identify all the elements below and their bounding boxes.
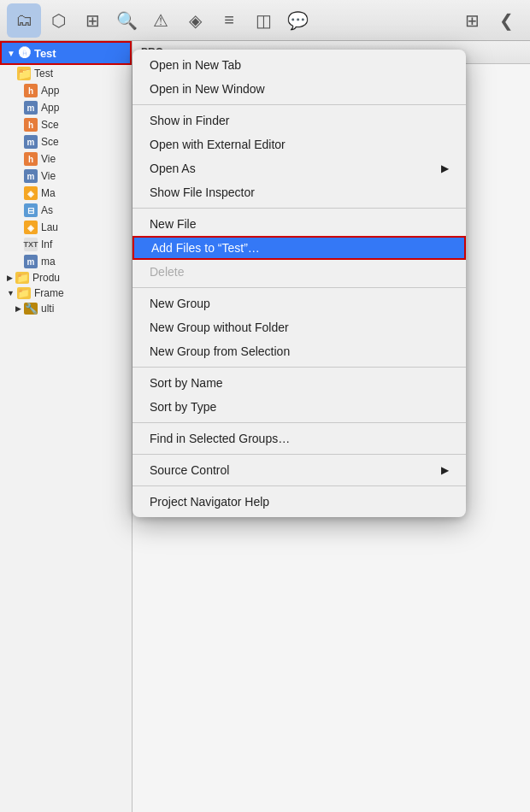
m-file-icon: m <box>24 101 38 115</box>
menu-separator-5 <box>132 422 466 423</box>
list-item[interactable]: ◈ Lau <box>0 219 132 236</box>
folder-icon: 📁 <box>17 67 31 80</box>
menu-item-show-file-inspector[interactable]: Show File Inspector <box>132 180 466 204</box>
main-area: ▼ 🅐 Test 📁 Test h App m App h Sce m Sce … <box>0 41 530 812</box>
list-item[interactable]: m Sce <box>0 133 132 150</box>
menu-item-sort-by-type[interactable]: Sort by Type <box>132 395 466 419</box>
project-header[interactable]: ▼ 🅐 Test <box>0 41 132 65</box>
menu-item-delete: Delete <box>132 260 466 284</box>
submenu-arrow-icon: ▶ <box>441 162 449 174</box>
menu-separator-1 <box>132 104 466 105</box>
list-item[interactable]: 📁 Test <box>0 65 132 82</box>
menu-item-new-file[interactable]: New File <box>132 212 466 236</box>
m-file-icon: m <box>24 255 38 268</box>
menu-item-open-as[interactable]: Open As ▶ <box>132 156 466 180</box>
menu-separator-4 <box>132 367 466 368</box>
list-item[interactable]: TXT Inf <box>0 236 132 253</box>
list-item[interactable]: h App <box>0 82 132 99</box>
menu-item-open-external-editor[interactable]: Open with External Editor <box>132 132 466 156</box>
warning-toolbar-icon[interactable]: ⚠ <box>144 3 178 38</box>
products-folder[interactable]: ▶ 📁 Produ <box>0 270 132 285</box>
menu-separator-3 <box>132 287 466 288</box>
list-item[interactable]: h Vie <box>0 150 132 168</box>
menu-separator-2 <box>132 208 466 209</box>
list-item[interactable]: ◈ Ma <box>0 185 132 202</box>
tool-icon: 🔧 <box>24 303 38 315</box>
folder-toolbar-icon[interactable]: 🗂 <box>7 3 41 38</box>
list-toolbar-icon[interactable]: ≡ <box>212 3 246 38</box>
inspect-toolbar-icon[interactable]: ⬡ <box>41 3 75 38</box>
plist-icon: TXT <box>24 238 38 251</box>
menu-item-open-new-tab[interactable]: Open in New Tab <box>132 53 466 77</box>
menu-item-new-group[interactable]: New Group <box>132 291 466 315</box>
m-file-icon: m <box>24 135 38 149</box>
h-file-icon: h <box>24 118 38 132</box>
bookmark-toolbar-icon[interactable]: ◈ <box>178 3 212 38</box>
h-file-icon: h <box>24 152 38 166</box>
folder-arrow-icon: ▶ <box>7 274 13 282</box>
menu-item-source-control[interactable]: Source Control ▶ <box>132 458 466 482</box>
menu-item-open-new-window[interactable]: Open in New Window <box>132 77 466 101</box>
folder-arrow-icon: ▶ <box>15 304 21 313</box>
m-file-icon: m <box>24 169 38 183</box>
context-menu: Open in New Tab Open in New Window Show … <box>132 50 466 517</box>
menu-item-new-group-without-folder[interactable]: New Group without Folder <box>132 315 466 339</box>
menu-item-find-in-selected-groups[interactable]: Find in Selected Groups… <box>132 427 466 450</box>
list-item[interactable]: m Vie <box>0 168 132 185</box>
collapse-triangle: ▼ <box>7 49 15 58</box>
utilities-folder[interactable]: ▶ 🔧 ulti <box>0 301 132 316</box>
project-folder-icon: 🅐 <box>19 46 31 60</box>
h-file-icon: h <box>24 84 38 97</box>
submenu-arrow-icon: ▶ <box>441 464 449 476</box>
list-item[interactable]: m ma <box>0 253 132 270</box>
menu-item-show-in-finder[interactable]: Show in Finder <box>132 109 466 132</box>
list-item[interactable]: m App <box>0 99 132 116</box>
scene-file-icon: ◈ <box>24 186 38 200</box>
menu-separator-7 <box>132 485 466 486</box>
folder-arrow-icon: ▼ <box>7 289 15 297</box>
search-toolbar-icon[interactable]: 🔍 <box>109 3 144 38</box>
frameworks-folder[interactable]: ▼ 📁 Frame <box>0 285 132 301</box>
launch-file-icon: ◈ <box>24 221 38 234</box>
chevron-toolbar-icon[interactable]: ❮ <box>489 3 523 38</box>
project-name: Test <box>34 47 56 60</box>
asset-icon: ⊟ <box>24 203 38 217</box>
sidebar: ▼ 🅐 Test 📁 Test h App m App h Sce m Sce … <box>0 41 132 812</box>
frameworks-folder-icon: 📁 <box>17 287 31 299</box>
menu-separator-6 <box>132 454 466 455</box>
list-item[interactable]: ⊟ As <box>0 202 132 219</box>
menu-item-new-group-from-selection[interactable]: New Group from Selection <box>132 339 466 363</box>
menu-item-add-files[interactable]: Add Files to “Test”… <box>132 236 466 260</box>
grid-toolbar-icon[interactable]: ⊞ <box>455 3 489 38</box>
filter-toolbar-icon[interactable]: ◫ <box>246 3 280 38</box>
list-item[interactable]: h Sce <box>0 116 132 133</box>
comment-toolbar-icon[interactable]: 💬 <box>280 3 315 38</box>
hierarchy-toolbar-icon[interactable]: ⊞ <box>75 3 109 38</box>
products-folder-icon: 📁 <box>15 272 29 284</box>
toolbar: 🗂 ⬡ ⊞ 🔍 ⚠ ◈ ≡ ◫ 💬 ⊞ ❮ <box>0 0 530 41</box>
menu-item-project-navigator-help[interactable]: Project Navigator Help <box>132 490 466 514</box>
menu-item-sort-by-name[interactable]: Sort by Name <box>132 371 466 395</box>
